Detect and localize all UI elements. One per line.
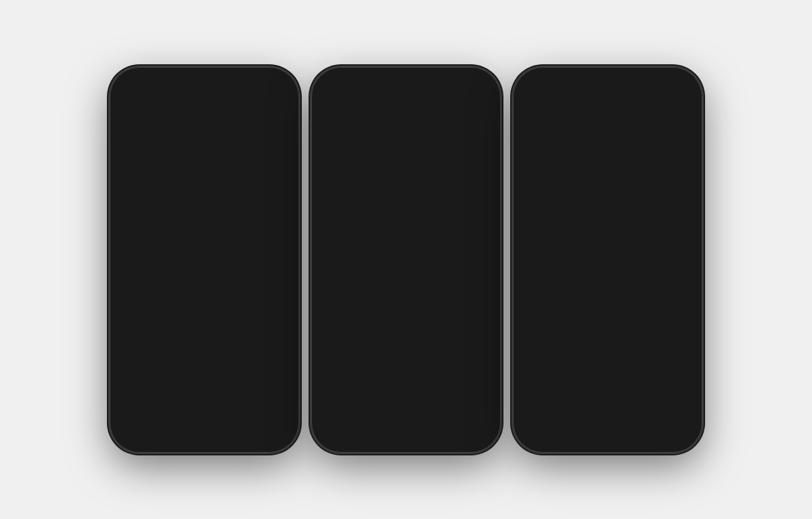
song-title: Mirror bbox=[127, 271, 158, 284]
mini-heart-icon[interactable]: ♡ bbox=[326, 399, 334, 409]
home-icon-3: ⌂ bbox=[539, 423, 544, 432]
home-label-2: Home bbox=[333, 434, 347, 440]
card-all-out-00s[interactable]: All Out 00s ⊡ All Out 00s Daddy Yankee, … bbox=[396, 233, 460, 319]
pause-button[interactable]: ⏸ bbox=[188, 317, 221, 349]
playlist-title: Emotional Education bbox=[160, 95, 241, 104]
art-chill-hits: Chill Hits ⊡ bbox=[601, 240, 669, 307]
recently-played-cards: ⊡ Emotional Education ⊡ All Mirrors bbox=[318, 128, 494, 206]
pop-sauce-title: Pop Sauce bbox=[602, 195, 667, 202]
artwork-figures bbox=[127, 113, 281, 262]
phone-2: 7:36 ●●● ▲ ▮ ◀ Search ⚙ Recently played … bbox=[311, 67, 501, 453]
playback-controls: ⇄ ⏮ ⏸ ⏭ ⊘ bbox=[116, 313, 292, 353]
queue-icon[interactable]: ≡ bbox=[202, 356, 207, 367]
back-button-2[interactable]: ◀ Search bbox=[328, 94, 356, 101]
indie-pop-info: Indie Pop Bastille, Mark Ronson, Lana De… bbox=[528, 193, 595, 217]
screen3-header: ◀ Search bbox=[520, 91, 696, 103]
mini-device-label-3: ⊡ Devices Available bbox=[579, 404, 628, 410]
mini-pause-button-3[interactable]: ⏸ bbox=[671, 396, 687, 412]
section-divider-1 bbox=[318, 206, 494, 213]
card-label-00s: All Out 00s bbox=[396, 301, 460, 312]
bottom-nav-2: ⌂ Home ⌕ Search ⫙ Your Library ◎ Premium bbox=[318, 416, 494, 446]
battery-icon: ▮ bbox=[276, 81, 279, 87]
premium-icon-3: ◎ bbox=[670, 423, 678, 432]
phone-1: ●●● ▲ ▮ ˅ Emotional Education ··· bbox=[110, 67, 299, 453]
chill-title: Chill bbox=[528, 221, 687, 231]
next-button[interactable]: ⏭ bbox=[237, 325, 249, 340]
chill-hits-subtitle: Bill... bbox=[602, 316, 667, 323]
nav-library-2[interactable]: ⫙ Your Library bbox=[406, 417, 450, 446]
popular-playlists-title: Popular playlists bbox=[318, 213, 494, 233]
shuffle-icon[interactable]: ⇄ bbox=[133, 325, 143, 340]
nav-library-3[interactable]: ⫙ Your Library bbox=[608, 417, 652, 446]
signal-icon: ●●● bbox=[257, 81, 267, 87]
indie-pop-title: Indie Pop bbox=[529, 195, 594, 202]
nav-home-3[interactable]: ⌂ Home bbox=[520, 417, 564, 446]
card-pop-sauce[interactable]: Pop Sauce ⊡ Pop Sauce Billie Eilish, Ed … bbox=[601, 125, 669, 217]
hanging-out-title: Hanging Out and Relaxing bbox=[529, 309, 594, 323]
library-label-2: Your Library bbox=[413, 434, 443, 440]
card-all-mirrors[interactable]: ⊡ All Mirrors bbox=[396, 128, 460, 206]
album-artwork bbox=[127, 113, 281, 262]
premium-icon-2: ◎ bbox=[468, 423, 476, 432]
mini-player-2[interactable]: ♡ Mirror • IDER ⊡ Devices Available ⏸ bbox=[318, 391, 494, 416]
wifi-icon-2: ▲ bbox=[470, 81, 476, 87]
card-sublabel-00s: Daddy Yankee, Kanye W... bbox=[396, 312, 460, 319]
progress-fill bbox=[127, 299, 150, 301]
premium-label-2: Premium bbox=[461, 434, 482, 440]
card-sing-car[interactable]: ● Songs toSing in the Car ⊡ Songs to Sin… bbox=[326, 233, 390, 319]
card-label-mirrors: All Mirrors bbox=[396, 196, 460, 206]
mini-heart-icon-3[interactable]: ♡ bbox=[528, 399, 535, 409]
search-icon-3: ⌕ bbox=[583, 423, 589, 432]
mini-device-label: ⊡ Devices Available bbox=[378, 404, 426, 410]
nav-premium-3[interactable]: ◎ Premium bbox=[652, 417, 696, 446]
card-emotional-education[interactable]: ⊡ Emotional Education bbox=[326, 128, 390, 206]
status-icons-2: ●●● ▲ ▮ bbox=[459, 81, 480, 87]
notch-1 bbox=[171, 74, 238, 90]
card-chill-hits[interactable]: Chill Hits ⊡ Chill Hits Bill... bbox=[601, 240, 669, 332]
progress-bar[interactable] bbox=[127, 299, 281, 301]
hanging-out-subtitle: Lewis Capaldi, Ed Sheer... bbox=[529, 323, 594, 330]
nav-home-2[interactable]: ⌂ Home bbox=[318, 417, 362, 446]
pop-sauce-label-overlay: Pop Sauce bbox=[606, 131, 644, 139]
signal-icon-2: ●●● bbox=[459, 81, 469, 87]
status-time-3: 7:37 bbox=[533, 80, 547, 87]
now-playing-header: ˅ Emotional Education ··· bbox=[116, 91, 292, 110]
popular-playlists-cards: ● Songs toSing in the Car ⊡ Songs to Sin… bbox=[318, 233, 494, 319]
more-options-icon[interactable]: ··· bbox=[269, 94, 281, 105]
search-label-3: Search bbox=[577, 434, 594, 440]
progress-thumb[interactable] bbox=[148, 297, 153, 302]
nav-search-2[interactable]: ⌕ Search bbox=[362, 417, 406, 446]
artist-name: IDER bbox=[127, 284, 158, 292]
status-time-2: 7:36 bbox=[332, 80, 345, 87]
art-sing-car: ● Songs toSing in the Car ⊡ bbox=[326, 233, 390, 301]
mini-player-3[interactable]: ♡ Mirror • IDER ⊡ Devices Available ⏸ bbox=[520, 391, 696, 416]
status-icons-3: ●●● ▲ ▮ bbox=[660, 81, 682, 87]
nav-search-3[interactable]: ⌕ Search bbox=[564, 417, 608, 446]
mini-pause-button[interactable]: ⏸ bbox=[470, 396, 486, 412]
home-label-3: Home bbox=[535, 434, 549, 440]
art-hanging-out: Hanging Outand Relaxing ⊡ bbox=[528, 240, 595, 307]
card-hanging-out[interactable]: Hanging Outand Relaxing ⊡ Hanging Out an… bbox=[528, 240, 595, 332]
phone3-screen: 7:37 ●●● ▲ ▮ ◀ Search Keep the vibe goin… bbox=[520, 74, 696, 446]
previous-button[interactable]: ⏮ bbox=[160, 325, 172, 340]
recently-played-title: Recently played bbox=[318, 108, 494, 128]
art-all-out-00s: All Out 00s ⊡ bbox=[396, 233, 460, 301]
indie-pop-label-overlay: Indie Pop bbox=[533, 131, 567, 139]
devices-icon[interactable]: ⊡ bbox=[127, 356, 135, 367]
chevron-down-icon[interactable]: ˅ bbox=[127, 94, 132, 105]
chill-hits-title: Chill Hits bbox=[602, 309, 667, 316]
mini-player-info: Mirror • IDER ⊡ Devices Available bbox=[378, 397, 426, 410]
share-icon[interactable]: ⬆ bbox=[273, 356, 281, 367]
mini-player-info-3: Mirror • IDER ⊡ Devices Available bbox=[579, 397, 628, 410]
nav-premium-2[interactable]: ◎ Premium bbox=[450, 417, 494, 446]
heart-icon[interactable]: ♡ bbox=[272, 275, 281, 288]
battery-icon-2: ▮ bbox=[478, 81, 480, 87]
wifi-icon-3: ▲ bbox=[672, 81, 677, 87]
art-emotional-education: ⊡ bbox=[326, 128, 390, 196]
settings-icon[interactable]: ⚙ bbox=[476, 93, 484, 104]
card-indie-pop[interactable]: Indie Pop ⊡ Indie Pop Bastille, Mark Ron… bbox=[528, 125, 595, 217]
time-labels: 0:28 -3:10 bbox=[127, 304, 281, 310]
repeat-icon[interactable]: ⊘ bbox=[266, 325, 276, 340]
remaining-time: -3:10 bbox=[269, 304, 281, 310]
back-button-3[interactable]: ◀ Search bbox=[529, 93, 558, 100]
